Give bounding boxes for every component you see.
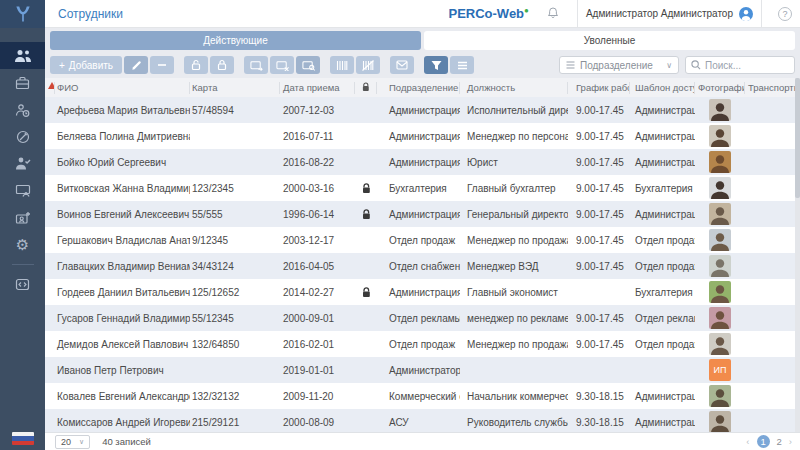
issue-card-button[interactable]	[244, 56, 268, 74]
toolbar: +Добавить Подразделение ∨	[45, 52, 800, 78]
department-select-value: Подразделение	[580, 60, 653, 71]
department-select[interactable]: Подразделение ∨	[559, 56, 679, 74]
next-page-button[interactable]: ›	[789, 436, 792, 447]
employee-photo-avatar	[709, 151, 731, 173]
sidebar-item-verification[interactable]	[0, 123, 45, 150]
table-row[interactable]: Беляева Полина Дмитриевна 2016-07-11 Адм…	[45, 123, 795, 149]
row-lock-icon	[362, 287, 371, 298]
employee-position: Менеджер по продажам	[460, 235, 568, 246]
remove-button[interactable]	[150, 56, 174, 74]
language-switcher[interactable]	[0, 432, 45, 445]
find-card-button[interactable]	[296, 56, 320, 74]
table-row[interactable]: Арефьева Мария Витальевна 57/48594 2007-…	[45, 97, 795, 123]
filter-button[interactable]	[424, 56, 448, 74]
lock-column-icon	[362, 82, 370, 92]
barcode-off-icon	[362, 60, 374, 71]
table-body: Арефьева Мария Витальевна 57/48594 2007-…	[45, 97, 795, 450]
employee-access-template: Администрация	[630, 209, 695, 220]
lock-button[interactable]	[210, 56, 234, 74]
table-row[interactable]: Воинов Евгений Алексеевич 55/555 1996-06…	[45, 201, 795, 227]
column-header-photo[interactable]: Фотография	[695, 82, 745, 94]
barcode-button[interactable]	[330, 56, 354, 74]
page-title: Сотрудники	[58, 7, 123, 21]
table-row[interactable]: Витковская Жанна Владимировна 123/2345 2…	[45, 175, 795, 201]
sidebar-item-badge-add[interactable]	[0, 204, 45, 231]
person-check-icon	[15, 157, 31, 170]
column-header-card[interactable]: Карта	[190, 82, 280, 94]
table-row[interactable]: Бойко Юрий Сергеевич 2016-08-22 Админист…	[45, 149, 795, 175]
employee-hire-date: 2003-12-17	[280, 235, 355, 246]
table-row[interactable]: Гусаров Геннадий Владимирович 55/12345 2…	[45, 305, 795, 331]
table-row[interactable]: Иванов Петр Петрович 2019-01-01 Админист…	[45, 357, 795, 383]
department-list-icon	[566, 61, 575, 69]
employees-icon	[14, 49, 32, 63]
chevron-down-icon: ∨	[666, 61, 672, 70]
column-header-position[interactable]: Должность	[460, 82, 568, 94]
sidebar-item-console[interactable]	[0, 271, 45, 298]
employee-schedule: 9.00-17.45	[568, 313, 630, 324]
employee-position: Исполнительный директор	[460, 105, 568, 116]
prev-page-button[interactable]: ‹	[746, 436, 749, 447]
employee-position: Главный бухгалтер	[460, 183, 568, 194]
page-1-button[interactable]: 1	[757, 435, 770, 448]
user-menu[interactable]: Администратор Администратор	[586, 7, 753, 21]
edit-button[interactable]	[124, 56, 148, 74]
sidebar-item-pass-office[interactable]	[0, 69, 45, 96]
table-row[interactable]: Демидов Алексей Павлович 132/64850 2016-…	[45, 331, 795, 357]
barcode-off-button[interactable]	[356, 56, 380, 74]
sidebar-item-settings[interactable]: ⚙	[0, 231, 45, 258]
sidebar-item-employees[interactable]	[0, 42, 45, 69]
employee-card: 132/64850	[190, 339, 280, 350]
employee-lock	[355, 287, 377, 298]
employee-hire-date: 2000-03-16	[280, 183, 355, 194]
vertical-scrollbar[interactable]	[795, 78, 800, 432]
employee-access-template: Отдел продаж	[630, 261, 695, 272]
warning-icon	[48, 82, 55, 89]
tab-active-employees[interactable]: Действующие	[50, 31, 421, 50]
employee-photo-avatar	[709, 333, 731, 355]
row-lock-icon	[362, 209, 371, 220]
sidebar-item-time-tracking[interactable]	[0, 96, 45, 123]
remove-card-button[interactable]	[270, 56, 294, 74]
column-header-schedule[interactable]: График работы	[568, 82, 630, 94]
envelope-icon	[396, 60, 408, 70]
sidebar-item-monitoring[interactable]	[0, 177, 45, 204]
send-message-button[interactable]	[390, 56, 414, 74]
perco-logo	[0, 0, 45, 28]
column-header-name[interactable]: ФИО	[55, 82, 190, 94]
employee-schedule: 9.00-17.45	[568, 105, 630, 116]
employee-hire-date: 2016-08-22	[280, 157, 355, 168]
column-header-transport[interactable]: Транспортное сре	[745, 82, 795, 94]
table-row[interactable]: Ковалев Евгений Александрович 132/32132 …	[45, 383, 795, 409]
table-row[interactable]: Гордеев Даниил Витальевич 125/12652 2014…	[45, 279, 795, 305]
add-button[interactable]: +Добавить	[50, 56, 122, 74]
employee-photo	[695, 411, 745, 433]
employee-department: Отдел продаж	[377, 235, 460, 246]
column-header-lock[interactable]	[355, 82, 377, 94]
sidebar-item-person-check[interactable]	[0, 150, 45, 177]
employee-access-template: Отдел продаж	[630, 339, 695, 350]
employee-name: Главацких Владимир Вениаминович	[55, 261, 190, 272]
employee-photo	[695, 203, 745, 225]
notifications-button[interactable]	[547, 6, 559, 21]
help-button[interactable]: ?	[778, 7, 792, 21]
employee-department: Администрация	[377, 209, 460, 220]
tab-dismissed-employees[interactable]: Уволенные	[424, 31, 795, 50]
plus-icon: +	[59, 60, 65, 71]
employee-photo-avatar	[709, 411, 731, 433]
page-2-button[interactable]: 2	[777, 436, 782, 447]
unlock-button[interactable]	[184, 56, 208, 74]
search-input[interactable]	[705, 60, 785, 71]
scrollbar-thumb[interactable]	[795, 78, 800, 198]
brand-mark: ●	[524, 6, 529, 15]
columns-button[interactable]	[450, 56, 474, 74]
table-row[interactable]: Гершакович Владислав Анатольевич 9/12345…	[45, 227, 795, 253]
column-header-hire-date[interactable]: Дата приема	[280, 82, 355, 94]
column-header-access-template[interactable]: Шаблон доступа	[630, 82, 695, 94]
employee-name: Воинов Евгений Алексеевич	[55, 209, 190, 220]
page-size-select[interactable]: 20 ∨	[55, 435, 90, 449]
table-row[interactable]: Главацких Владимир Вениаминович 34/43124…	[45, 253, 795, 279]
employee-photo	[695, 255, 745, 277]
employee-access-template: Администрация	[630, 157, 695, 168]
column-header-department[interactable]: Подразделение	[377, 82, 460, 94]
